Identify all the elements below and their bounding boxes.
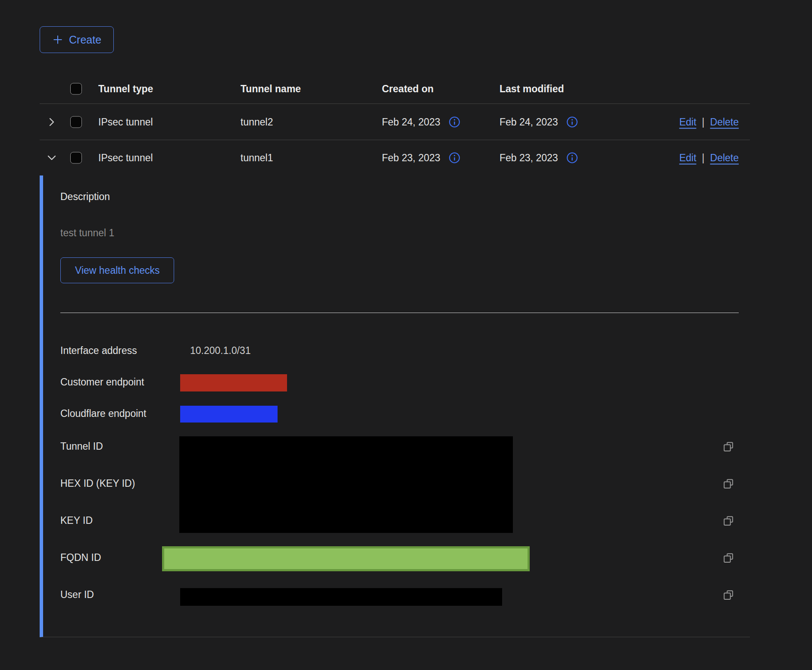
section-divider: [60, 313, 739, 313]
description-value: test tunnel 1: [60, 227, 114, 239]
copy-key-id-button[interactable]: [721, 514, 735, 528]
plus-icon: [52, 34, 63, 45]
tunnel-name-value: tunnel2: [240, 116, 273, 128]
interface-address-value: 10.200.1.0/31: [190, 345, 251, 357]
user-id-redacted-value: [180, 588, 502, 606]
header-created-on: Created on: [382, 83, 434, 95]
interface-address-label: Interface address: [60, 345, 137, 357]
customer-endpoint-label: Customer endpoint: [60, 376, 144, 388]
key-id-label: KEY ID: [60, 515, 93, 526]
created-on-value: Feb 23, 2023: [382, 152, 440, 164]
ids-redacted-values: [179, 436, 513, 533]
tunnel-type-value: IPsec tunnel: [98, 116, 153, 128]
last-modified-value: Feb 23, 2023: [500, 152, 558, 164]
header-last-modified: Last modified: [500, 83, 564, 95]
tunnel-id-label: Tunnel ID: [60, 441, 103, 452]
create-button[interactable]: Create: [40, 26, 114, 53]
fqdn-id-label: FQDN ID: [60, 552, 101, 564]
user-id-label: User ID: [60, 589, 94, 601]
collapse-row-button[interactable]: [44, 150, 59, 165]
copy-hex-id-button[interactable]: [721, 477, 735, 491]
tunnel-type-value: IPsec tunnel: [98, 152, 153, 164]
copy-icon: [722, 477, 735, 490]
expand-row-button[interactable]: [44, 115, 59, 129]
fqdn-id-redacted-value: [162, 546, 530, 571]
view-health-checks-button[interactable]: View health checks: [60, 257, 174, 283]
header-tunnel-name: Tunnel name: [240, 83, 301, 95]
delete-button[interactable]: Delete: [710, 152, 739, 164]
created-on-value: Feb 24, 2023: [382, 116, 440, 128]
copy-icon: [722, 440, 735, 453]
tunnel-name-value: tunnel1: [240, 152, 273, 164]
tunnel-details-panel: Description test tunnel 1 View health ch…: [40, 175, 750, 637]
header-tunnel-type: Tunnel type: [98, 83, 153, 95]
copy-icon: [722, 514, 735, 527]
row-checkbox[interactable]: [70, 152, 82, 164]
hex-id-label: HEX ID (KEY ID): [60, 478, 135, 489]
action-separator: |: [702, 116, 705, 128]
action-separator: |: [702, 152, 705, 164]
info-icon[interactable]: [566, 152, 578, 164]
table-row: IPsec tunnel tunnel1 Feb 23, 2023 Feb 23…: [40, 140, 750, 175]
created-on-cell: Feb 23, 2023: [382, 152, 460, 164]
select-all-checkbox[interactable]: [70, 83, 82, 95]
chevron-right-icon: [46, 116, 57, 128]
copy-tunnel-id-button[interactable]: [721, 440, 735, 454]
copy-fqdn-id-button[interactable]: [721, 551, 735, 565]
last-modified-value: Feb 24, 2023: [500, 116, 558, 128]
edit-button[interactable]: Edit: [679, 116, 696, 128]
last-modified-cell: Feb 23, 2023: [500, 152, 578, 164]
row-actions: Edit | Delete: [679, 152, 739, 164]
copy-user-id-button[interactable]: [721, 588, 735, 602]
chevron-down-icon: [46, 152, 57, 163]
created-on-cell: Feb 24, 2023: [382, 116, 460, 128]
create-button-label: Create: [69, 34, 101, 46]
table-header: Tunnel type Tunnel name Created on Last …: [40, 74, 750, 104]
info-icon[interactable]: [449, 152, 460, 164]
info-icon[interactable]: [566, 116, 578, 128]
description-label: Description: [60, 191, 110, 203]
edit-button[interactable]: Edit: [679, 152, 696, 164]
info-icon[interactable]: [449, 116, 460, 128]
table-row: IPsec tunnel tunnel2 Feb 24, 2023 Feb 24…: [40, 104, 750, 140]
row-actions: Edit | Delete: [679, 116, 739, 128]
cloudflare-endpoint-redacted-value: [180, 406, 278, 423]
customer-endpoint-redacted-value: [180, 374, 287, 391]
row-checkbox[interactable]: [70, 116, 82, 128]
last-modified-cell: Feb 24, 2023: [500, 116, 578, 128]
copy-icon: [722, 588, 735, 601]
tunnels-page: Create Tunnel type Tunnel name Created o…: [0, 0, 812, 670]
cloudflare-endpoint-label: Cloudflare endpoint: [60, 408, 146, 420]
copy-icon: [722, 551, 735, 564]
delete-button[interactable]: Delete: [710, 116, 739, 128]
